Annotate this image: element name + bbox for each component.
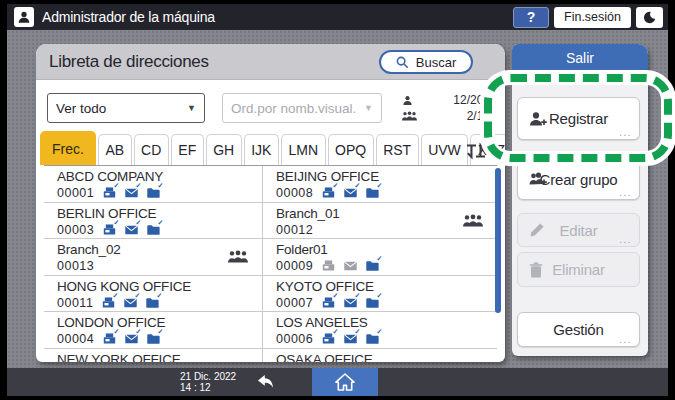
address-entry[interactable]: ABCD COMPANY00001 xyxy=(44,166,263,203)
tab-rst[interactable]: RST xyxy=(376,134,419,165)
edit-button: Editar... xyxy=(517,213,640,247)
group-add-icon xyxy=(529,171,548,187)
folder-icon xyxy=(146,297,159,309)
entry-id: 00007 xyxy=(276,296,313,310)
folder-icon xyxy=(147,333,160,345)
entry-id: 00013 xyxy=(57,259,94,273)
tab-ef[interactable]: EF xyxy=(171,134,204,165)
registration-counts: 12/200 2/10 xyxy=(402,92,490,124)
address-entry[interactable]: Branch_0200013 xyxy=(44,239,263,276)
fax-icon xyxy=(103,187,116,199)
fax-icon xyxy=(322,187,335,199)
address-entry-list: ABCD COMPANY00001BEIJING OFFICE00008BERL… xyxy=(44,165,497,362)
top-bar: Administrador de la máquina ? Fin.sesión xyxy=(7,4,668,30)
more-options-indicator: ... xyxy=(619,187,632,198)
manage-button[interactable]: Gestión... xyxy=(517,312,640,347)
back-button[interactable] xyxy=(247,368,283,396)
page-title: Libreta de direcciones xyxy=(49,52,209,72)
button-label: Gestión xyxy=(553,321,603,338)
fax-icon xyxy=(322,260,335,272)
moon-icon xyxy=(643,11,656,24)
address-entry[interactable]: HONG KONG OFFICE00011 xyxy=(44,276,263,313)
address-entry[interactable]: LONDON OFFICE00004 xyxy=(44,312,263,349)
address-entry[interactable]: BEIJING OFFICE00008 xyxy=(263,166,497,203)
entry-id: 00008 xyxy=(276,186,313,200)
tab-frec[interactable]: Frec. xyxy=(40,131,96,165)
help-button[interactable]: ? xyxy=(513,7,549,28)
fax-icon xyxy=(322,333,335,345)
mail-icon xyxy=(125,333,138,345)
entry-name: NEW YORK OFFICE xyxy=(57,352,256,363)
date-label: 21 Dic. 2022 xyxy=(180,371,236,382)
home-button[interactable] xyxy=(312,368,378,396)
group-icon xyxy=(227,249,249,267)
address-entry[interactable]: LOS ANGELES00006 xyxy=(263,312,497,349)
datetime-display: 21 Dic. 2022 14 : 12 xyxy=(180,371,236,393)
fax-icon xyxy=(322,297,335,309)
more-options-indicator: ... xyxy=(619,234,632,245)
address-entry[interactable]: Folder0100009 xyxy=(263,239,497,276)
folder-icon xyxy=(366,187,379,199)
home-icon xyxy=(335,373,355,391)
logged-in-user-icon xyxy=(14,7,34,27)
pencil-icon xyxy=(529,222,545,238)
bottom-bar: 21 Dic. 2022 14 : 12 xyxy=(7,368,668,396)
mail-icon xyxy=(125,224,138,236)
group-count-icon xyxy=(402,111,417,121)
entry-name: OSAKA OFFICE xyxy=(276,352,491,363)
logout-button[interactable]: Fin.sesión xyxy=(554,7,631,28)
mail-icon xyxy=(344,260,357,272)
tab-ab[interactable]: AB xyxy=(98,134,132,165)
sort-filter-dropdown: Ord.por nomb.visual.▼ xyxy=(222,93,382,123)
exit-button[interactable]: Salir xyxy=(512,44,648,72)
delete-button: Eliminar xyxy=(517,252,640,287)
highlight-annotation xyxy=(480,70,675,166)
device-screen: Administrador de la máquina ? Fin.sesión… xyxy=(0,0,675,400)
folder-icon xyxy=(366,333,379,345)
tab-ijk[interactable]: IJK xyxy=(244,134,279,165)
address-entry[interactable]: NEW YORK OFFICE xyxy=(44,349,263,363)
tab-lmn[interactable]: LMN xyxy=(281,134,326,165)
tab-opq[interactable]: OPQ xyxy=(328,134,374,165)
back-arrow-icon xyxy=(254,374,276,390)
folder-icon xyxy=(366,260,379,272)
trash-icon xyxy=(529,262,543,278)
logged-in-user-name: Administrador de la máquina xyxy=(42,9,215,25)
entry-id: 00011 xyxy=(57,296,93,310)
tab-gh[interactable]: GH xyxy=(206,134,242,165)
panel-header: Libreta de direcciones Buscar xyxy=(36,44,505,80)
tab-cd[interactable]: CD xyxy=(134,134,169,165)
list-scrollbar[interactable] xyxy=(495,168,501,313)
search-button[interactable]: Buscar xyxy=(379,50,473,74)
mail-icon xyxy=(344,297,357,309)
group-icon xyxy=(462,213,484,231)
button-label: Eliminar xyxy=(552,261,605,278)
entry-name: KYOTO OFFICE xyxy=(276,279,491,294)
entry-id: 00006 xyxy=(276,332,313,346)
entry-name: Branch_01 xyxy=(276,206,491,221)
fax-icon xyxy=(103,224,116,236)
entry-id: 00012 xyxy=(276,223,313,237)
fax-icon xyxy=(103,333,116,345)
address-entry[interactable]: OSAKA OFFICE xyxy=(263,349,497,363)
address-entry[interactable]: Branch_0100012 xyxy=(263,203,497,240)
address-entry[interactable]: BERLIN OFFICE00003 xyxy=(44,203,263,240)
mail-icon xyxy=(125,187,138,199)
mail-icon xyxy=(124,297,137,309)
time-label: 14 : 12 xyxy=(180,382,236,393)
address-entry[interactable]: KYOTO OFFICE00007 xyxy=(263,276,497,313)
energy-saver-button[interactable] xyxy=(636,7,663,28)
view-filter-dropdown[interactable]: Ver todo▼ xyxy=(47,93,205,123)
more-options-indicator: ... xyxy=(619,334,632,345)
entry-id: 00003 xyxy=(57,223,94,237)
mail-icon xyxy=(344,333,357,345)
button-label: Editar xyxy=(560,222,598,239)
index-tabs: Frec.ABCDEFGHIJKLMNOPQRSTUVWXYZ xyxy=(40,131,505,165)
folder-icon xyxy=(366,297,379,309)
search-icon xyxy=(396,56,409,69)
entry-name: Folder01 xyxy=(276,242,491,257)
folder-icon xyxy=(147,224,160,236)
fax-icon xyxy=(102,297,115,309)
entry-id: 00001 xyxy=(57,186,94,200)
entry-id: 00004 xyxy=(57,332,94,346)
